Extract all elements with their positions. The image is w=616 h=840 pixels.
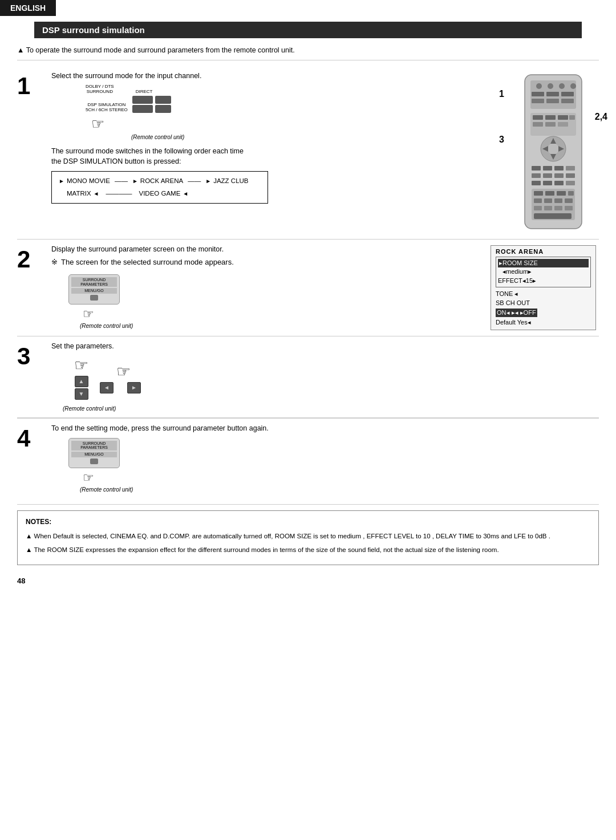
screen-row1: ▸ROOM SIZE [498, 259, 589, 267]
stereo-btn[interactable] [155, 105, 171, 113]
step-2-body: Display the surround parameter screen on… [46, 245, 599, 330]
step-4-body: To end the setting mode, press the surro… [46, 424, 599, 493]
right-btn[interactable]: ► [127, 382, 141, 393]
svg-point-4 [559, 83, 565, 89]
notes-box: NOTES: When Default is selected, CINEMA … [17, 510, 599, 565]
center-space [115, 382, 126, 393]
section-title: DSP surround simulation [34, 22, 582, 38]
remote-label-4: (Remote control unit) [80, 486, 599, 493]
svg-rect-9 [532, 99, 544, 103]
svg-rect-49 [554, 206, 562, 210]
remote-label-3: (Remote control unit) [63, 405, 599, 412]
step-4-instruction: To end the setting mode, press the surro… [51, 424, 599, 432]
updown-nav: ☞ ▲ ▼ [74, 356, 88, 400]
step-4-container: 4 To end the setting mode, press the sur… [17, 418, 599, 498]
svg-rect-44 [544, 198, 552, 203]
note-item-1: When Default is selected, CINEMA EQ. and… [26, 531, 590, 541]
surround-param-label-4: SURROUND PARAMETERS [71, 441, 117, 451]
svg-rect-14 [545, 115, 556, 120]
svg-rect-36 [554, 181, 564, 185]
step-3-instruction: Set the parameters. [51, 342, 599, 350]
remote-small-2: SURROUND PARAMETERS MENU/GO [68, 274, 120, 305]
svg-rect-48 [544, 206, 552, 210]
svg-rect-33 [566, 173, 575, 178]
flow-row-1: MONO MOVIE —— ROCK ARENA —— JAZZ CLUB [59, 175, 261, 187]
step-num-24: 2,4 [595, 112, 607, 122]
svg-rect-27 [543, 166, 552, 171]
note-item-2: The ROOM SIZE expresses the expansion ef… [26, 545, 590, 555]
svg-rect-47 [534, 206, 542, 210]
svg-rect-40 [545, 191, 554, 196]
svg-rect-29 [566, 166, 575, 171]
svg-rect-34 [532, 181, 541, 185]
svg-rect-50 [565, 206, 573, 210]
svg-rect-42 [568, 191, 574, 196]
arrow-mono [59, 175, 64, 187]
screen-row2: ◂medium▸ [502, 267, 589, 276]
svg-rect-35 [543, 181, 552, 185]
surround-param-label: SURROUND PARAMETERS [71, 277, 117, 287]
svg-point-2 [536, 83, 542, 89]
surround-param-btn[interactable] [90, 295, 98, 301]
page-number: 48 [17, 577, 599, 585]
step-1-number: 1 [17, 74, 46, 98]
svg-rect-13 [533, 115, 543, 120]
bottom-divider [17, 504, 599, 505]
svg-rect-39 [534, 191, 543, 196]
svg-rect-51 [534, 213, 572, 219]
video-game: VIDEO GAME [139, 188, 181, 200]
svg-rect-43 [534, 198, 542, 203]
svg-rect-7 [546, 92, 559, 96]
arrow-video [183, 188, 188, 200]
svg-rect-41 [557, 191, 566, 196]
down-btn[interactable]: ▼ [75, 388, 88, 400]
svg-rect-15 [558, 115, 568, 120]
step-4-number: 4 [17, 427, 46, 451]
svg-point-3 [548, 83, 553, 89]
remote-control-image [519, 72, 587, 232]
step-2-number: 2 [17, 247, 46, 271]
top-divider [17, 60, 599, 60]
surround-desc1: The surround mode switches in the follow… [51, 147, 519, 155]
remote-small-4: SURROUND PARAMETERS MENU/GO [68, 438, 120, 468]
hand-cursor-3a: ☞ [74, 356, 88, 375]
mono-movie: MONO MOVIE [67, 175, 110, 187]
direct-label: DIRECT [136, 90, 153, 95]
svg-rect-45 [554, 198, 562, 203]
screen-display: ROCK ARENA ▸ROOM SIZE ◂medium▸ EFFECT◂15… [491, 245, 596, 330]
arrow-rock [132, 175, 138, 187]
5ch-label: 5CH / 6CH STEREO [86, 108, 128, 113]
hand-cursor-3b: ☞ [116, 362, 131, 381]
rock-arena: ROCK ARENA [140, 175, 183, 187]
surround-param-btn-4[interactable] [90, 458, 98, 464]
dsp-sim-btn[interactable] [132, 96, 153, 104]
svg-rect-18 [545, 122, 556, 127]
dolby-dts-label: DOLBY / DTS SURROUND [86, 84, 114, 95]
lang-tab: ENGLISH [0, 0, 56, 16]
svg-rect-31 [543, 173, 552, 178]
step-num-1: 1 [499, 89, 504, 99]
remote-label-2: (Remote control unit) [80, 323, 479, 329]
up-btn[interactable]: ▲ [75, 376, 88, 387]
screen-row6: ON◂ ▸◂ ▸OFF [496, 309, 537, 317]
left-btn[interactable]: ◄ [100, 382, 114, 393]
intro-line: To operate the surround mode and surroun… [17, 46, 599, 54]
direct-btn[interactable] [155, 96, 171, 104]
svg-rect-32 [554, 173, 564, 178]
svg-rect-8 [561, 92, 574, 96]
screen-inner: ▸ROOM SIZE ◂medium▸ EFFECT◂15▸ [496, 257, 591, 287]
arrow-buttons-area: ☞ ▲ ▼ ☞ ◄ ► [74, 356, 599, 400]
svg-rect-37 [566, 181, 575, 185]
svg-rect-26 [532, 166, 541, 171]
arrow-matrix [94, 188, 99, 200]
leftright-nav: ☞ ◄ ► [100, 362, 141, 393]
svg-point-5 [570, 83, 576, 89]
svg-rect-11 [561, 99, 574, 103]
surround-desc2: the DSP SIMULATION button is pressed: [51, 157, 519, 165]
step-2-instruction: Display the surround parameter screen on… [51, 245, 479, 253]
hand-cursor-2: ☞ [83, 307, 479, 322]
5ch-btn[interactable] [132, 105, 153, 113]
notes-title: NOTES: [26, 517, 590, 527]
screen-row7: Default Yes◂ [496, 318, 591, 327]
screen-row5: SB CH OUT [496, 299, 591, 307]
